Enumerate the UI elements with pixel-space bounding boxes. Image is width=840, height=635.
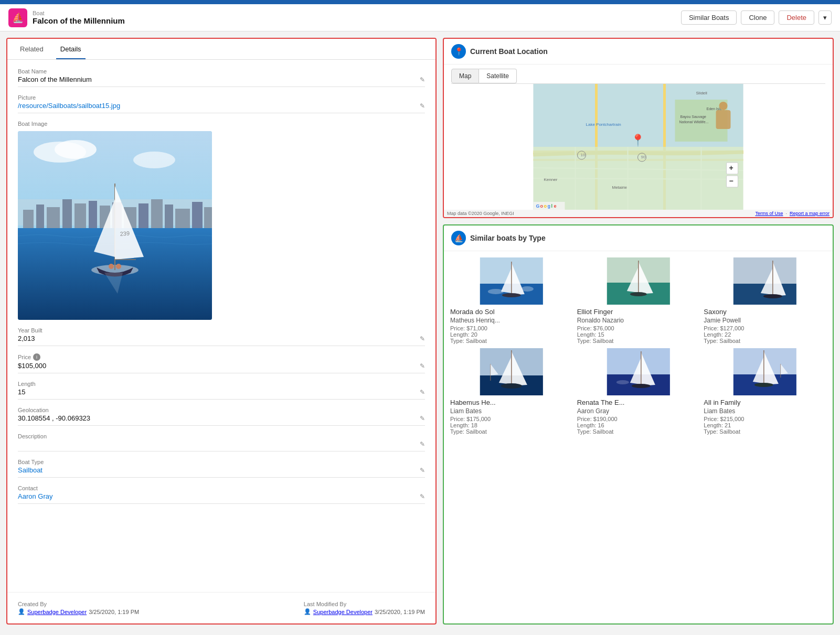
- clone-button[interactable]: Clone: [741, 10, 774, 25]
- modified-by-label: Last Modified By: [304, 601, 425, 607]
- svg-text:g: g: [548, 203, 551, 209]
- similar-panel-header: ⛵ Similar boats by Type: [444, 225, 833, 251]
- geolocation-value: 30.108554 , -90.069323 ✎: [18, 414, 425, 426]
- boat-card-img-1: [577, 257, 700, 305]
- svg-text:e: e: [554, 203, 557, 209]
- picture-edit-icon[interactable]: ✎: [420, 102, 425, 110]
- boat-image: 239: [18, 131, 212, 320]
- svg-point-69: [630, 292, 646, 296]
- boat-card-type-0: Type: Sailboat: [450, 338, 573, 344]
- boat-card-info-0: Morada do Sol Matheus Henriq... Price: $…: [450, 308, 573, 344]
- delete-button[interactable]: Delete: [779, 10, 814, 25]
- price-edit-icon[interactable]: ✎: [420, 362, 425, 370]
- footer-meta: Created By 👤 Superbadge Developer 3/25/2…: [7, 592, 435, 623]
- boat-card-info-4: Renata The E... Aaron Gray Price: $190,0…: [577, 399, 700, 435]
- svg-text:Slidell: Slidell: [696, 91, 708, 95]
- modified-by-block: Last Modified By 👤 Superbadge Developer …: [304, 601, 425, 615]
- boat-card-type-2: Type: Sailboat: [704, 338, 826, 344]
- created-by-link[interactable]: Superbadge Developer: [27, 609, 87, 615]
- boat-name-value: Falcon of the Millennium ✎: [18, 76, 425, 87]
- svg-text:o: o: [540, 203, 544, 209]
- svg-text:Bayou Sauvage: Bayou Sauvage: [680, 115, 707, 119]
- more-actions-dropdown[interactable]: ▾: [818, 10, 832, 25]
- map-panel-title: Current Boat Location: [470, 47, 548, 56]
- boat-card-5[interactable]: All in Family Liam Bates Price: $215,000…: [704, 348, 826, 435]
- boat-card-3[interactable]: Habemus He... Liam Bates Price: $175,000…: [450, 348, 573, 435]
- contact-label: Contact: [18, 485, 425, 491]
- right-column: 📍 Current Boat Location Map Satellite: [443, 38, 834, 625]
- svg-rect-7: [47, 207, 60, 228]
- boat-card-name-4: Renata The E...: [577, 399, 700, 406]
- svg-text:G: G: [536, 203, 540, 209]
- svg-point-75: [763, 294, 782, 298]
- boat-card-length-4: Length: 16: [577, 422, 700, 428]
- boat-card-2[interactable]: Saxony Jamie Powell Price: $127,000 Leng…: [704, 257, 826, 344]
- boat-card-img-4: [577, 348, 700, 395]
- boat-image-label: Boat Image: [18, 121, 425, 127]
- boat-image-svg: 239: [18, 131, 212, 320]
- svg-point-62: [488, 289, 504, 294]
- year-built-edit-icon[interactable]: ✎: [420, 335, 425, 342]
- created-date: 3/25/2020, 1:19 PM: [89, 609, 139, 615]
- boat-card-type-5: Type: Sailboat: [704, 428, 826, 435]
- svg-text:239: 239: [120, 230, 130, 237]
- svg-rect-8: [62, 199, 72, 228]
- svg-point-61: [502, 293, 521, 297]
- map-terms-link[interactable]: Terms of Use: [755, 211, 783, 216]
- map-report-link[interactable]: Report a map error: [790, 211, 830, 216]
- svg-point-63: [521, 286, 534, 292]
- boat-card-1[interactable]: Elliot Finger Ronaldo Nazario Price: $76…: [577, 257, 700, 344]
- tab-details[interactable]: Details: [56, 39, 86, 59]
- boat-card-info-5: All in Family Liam Bates Price: $215,000…: [704, 399, 826, 435]
- length-label: Length: [18, 381, 425, 387]
- svg-text:Lake Pontchartrain: Lake Pontchartrain: [586, 122, 621, 127]
- svg-rect-43: [716, 110, 731, 129]
- svg-point-2: [55, 140, 97, 159]
- map-panel-icon: 📍: [451, 44, 466, 59]
- boat-card-img-5: [704, 348, 826, 395]
- boat-card-4[interactable]: Renata The E... Aaron Gray Price: $190,0…: [577, 348, 700, 435]
- modified-by-link[interactable]: Superbadge Developer: [313, 609, 373, 615]
- boat-card-name-1: Elliot Finger: [577, 308, 700, 316]
- picture-link[interactable]: /resource/Sailboats/sailboat15.jpg: [18, 102, 120, 110]
- svg-rect-10: [89, 201, 97, 228]
- user-icon-modified: 👤: [304, 608, 311, 615]
- map-tab-map[interactable]: Map: [451, 69, 479, 83]
- geolocation-edit-icon[interactable]: ✎: [420, 415, 425, 422]
- price-info-icon[interactable]: i: [33, 353, 40, 361]
- boat-card-owner-5: Liam Bates: [704, 407, 826, 415]
- similar-boats-button[interactable]: Similar Boats: [681, 10, 737, 25]
- boat-card-info-1: Elliot Finger Ronaldo Nazario Price: $76…: [577, 308, 700, 344]
- svg-text:o: o: [544, 203, 547, 209]
- boat-card-img-2: [704, 257, 826, 305]
- svg-point-26: [116, 264, 121, 269]
- boat-card-type-4: Type: Sailboat: [577, 428, 700, 435]
- svg-text:90: 90: [641, 155, 646, 159]
- map-svg: Slidell Eden Isle Lake Pontchartrain Bay…: [444, 84, 833, 210]
- boat-card-price-0: Price: $71,000: [450, 325, 573, 331]
- contact-edit-icon[interactable]: ✎: [420, 493, 425, 500]
- svg-text:l: l: [551, 203, 553, 209]
- boat-name-edit-icon[interactable]: ✎: [420, 76, 425, 83]
- field-boat-type: Boat Type Sailboat ✎: [18, 459, 425, 478]
- similar-panel-icon: ⛵: [451, 231, 466, 245]
- boat-card-length-5: Length: 21: [704, 422, 826, 428]
- tab-related[interactable]: Related: [16, 39, 48, 59]
- boat-card-0[interactable]: Morada do Sol Matheus Henriq... Price: $…: [450, 257, 573, 344]
- boat-card-type-3: Type: Sailboat: [450, 428, 573, 435]
- tab-bar: Related Details: [7, 39, 435, 60]
- boat-type-edit-icon[interactable]: ✎: [420, 467, 425, 474]
- field-description: Description ✎: [18, 433, 425, 451]
- map-tab-satellite[interactable]: Satellite: [479, 69, 517, 83]
- svg-point-81: [501, 383, 522, 389]
- boat-card-price-3: Price: $175,000: [450, 416, 573, 422]
- boat-card-price-2: Price: $127,000: [704, 325, 826, 331]
- map-tabs: Map Satellite: [451, 69, 825, 84]
- description-edit-icon[interactable]: ✎: [420, 440, 425, 448]
- length-edit-icon[interactable]: ✎: [420, 389, 425, 396]
- field-contact: Contact Aaron Gray ✎: [18, 485, 425, 504]
- details-content: Boat Name Falcon of the Millennium ✎ Pic…: [7, 60, 435, 592]
- contact-link[interactable]: Aaron Gray: [18, 492, 52, 500]
- svg-point-44: [719, 102, 728, 110]
- boat-type-link[interactable]: Sailboat: [18, 466, 42, 474]
